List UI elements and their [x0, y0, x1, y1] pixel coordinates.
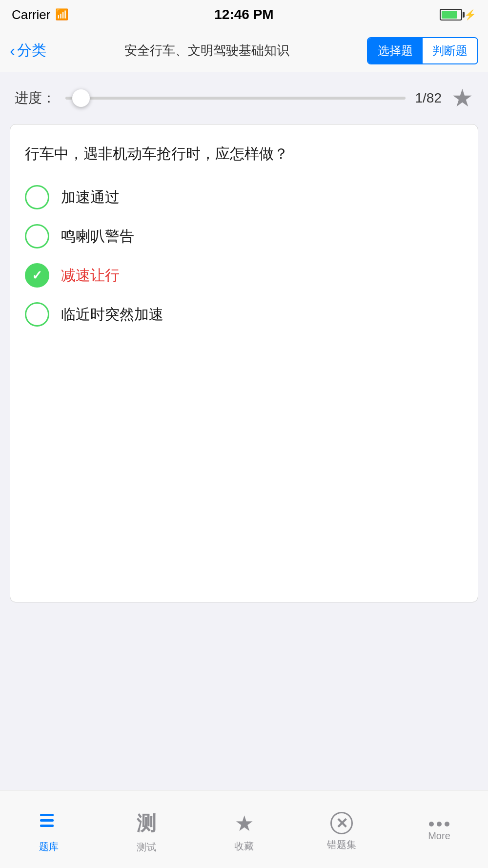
svg-rect-1: [40, 819, 54, 822]
errors-icon: ✕: [330, 812, 353, 834]
more-icon: [429, 822, 449, 827]
option-item-2[interactable]: 鸣喇叭警告: [25, 224, 463, 248]
tab-label-favorites: 收藏: [234, 840, 254, 853]
option-text-3: 减速让行: [61, 266, 120, 286]
option-text-1: 加速通过: [61, 187, 120, 207]
tab-label-question-bank: 题库: [39, 840, 59, 853]
tab-errors[interactable]: ✕ 错题集: [293, 807, 390, 851]
svg-rect-2: [40, 825, 54, 827]
carrier-text: Carrier: [12, 7, 50, 22]
question-card: 行车中，遇非机动车抢行时，应怎样做？ 加速通过 鸣喇叭警告 减速让行 临近时突然…: [10, 124, 478, 602]
option-text-2: 鸣喇叭警告: [61, 227, 134, 247]
question-bank-icon: [38, 810, 60, 836]
tab-more[interactable]: More: [390, 817, 488, 842]
battery-container: ⚡: [440, 9, 476, 21]
progress-track[interactable]: [65, 97, 406, 100]
option-circle-2: [25, 224, 49, 248]
progress-label: 进度：: [15, 89, 56, 107]
wifi-icon: 📶: [55, 8, 68, 21]
tab-label-more: More: [428, 830, 450, 842]
choice-question-button[interactable]: 选择题: [368, 38, 423, 63]
star-icon: ★: [451, 84, 473, 112]
bolt-icon: ⚡: [464, 9, 476, 21]
option-text-4: 临近时突然加速: [61, 305, 163, 325]
progress-thumb[interactable]: [72, 89, 90, 107]
option-circle-3-selected: [25, 263, 49, 288]
progress-count: 1/82: [415, 90, 442, 106]
favorites-icon: ★: [235, 811, 254, 836]
battery-fill: [442, 11, 457, 19]
nav-buttons: 选择题 判断题: [367, 37, 478, 64]
option-item-4[interactable]: 临近时突然加速: [25, 302, 463, 327]
bookmark-button[interactable]: ★: [451, 84, 473, 112]
battery-icon: [440, 9, 462, 21]
progress-area: 进度： 1/82 ★: [0, 72, 488, 124]
status-left: Carrier 📶: [12, 7, 68, 22]
tab-label-test: 测试: [137, 841, 156, 854]
tab-test[interactable]: 测 测试: [98, 805, 195, 854]
back-label: 分类: [17, 41, 46, 61]
tab-question-bank[interactable]: 题库: [0, 805, 98, 853]
judge-question-button[interactable]: 判断题: [423, 38, 477, 63]
back-chevron-icon: ‹: [10, 42, 15, 59]
nav-bar: ‹ 分类 安全行车、文明驾驶基础知识 选择题 判断题: [0, 29, 488, 72]
status-right: ⚡: [440, 9, 476, 21]
option-item-3[interactable]: 减速让行: [25, 263, 463, 288]
tab-favorites[interactable]: ★ 收藏: [195, 806, 293, 853]
back-button[interactable]: ‹ 分类: [10, 41, 46, 61]
option-circle-1: [25, 185, 49, 209]
tab-label-errors: 错题集: [327, 838, 356, 851]
svg-rect-0: [40, 814, 54, 816]
test-icon: 测: [137, 810, 156, 837]
option-item-1[interactable]: 加速通过: [25, 185, 463, 209]
question-text: 行车中，遇非机动车抢行时，应怎样做？: [25, 142, 463, 165]
options-list: 加速通过 鸣喇叭警告 减速让行 临近时突然加速: [25, 185, 463, 327]
nav-title: 安全行车、文明驾驶基础知识: [54, 42, 359, 59]
tab-bar: 题库 测 测试 ★ 收藏 ✕ 错题集 More: [0, 790, 488, 868]
status-time: 12:46 PM: [214, 7, 273, 22]
status-bar: Carrier 📶 12:46 PM ⚡: [0, 0, 488, 29]
option-circle-4: [25, 302, 49, 327]
